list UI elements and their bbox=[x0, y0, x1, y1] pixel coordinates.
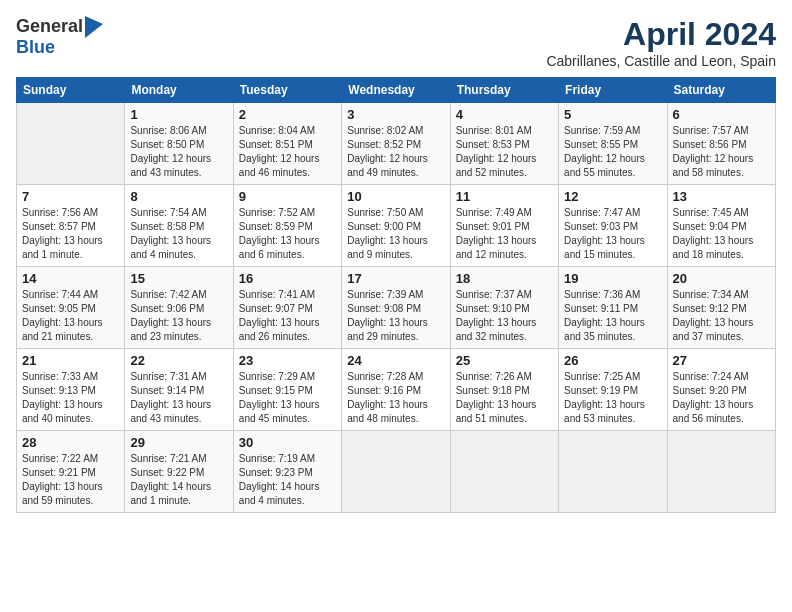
calendar-cell: 23Sunrise: 7:29 AM Sunset: 9:15 PM Dayli… bbox=[233, 349, 341, 431]
day-info: Sunrise: 7:25 AM Sunset: 9:19 PM Dayligh… bbox=[564, 370, 661, 426]
calendar-table: SundayMondayTuesdayWednesdayThursdayFrid… bbox=[16, 77, 776, 513]
calendar-week-2: 7Sunrise: 7:56 AM Sunset: 8:57 PM Daylig… bbox=[17, 185, 776, 267]
day-info: Sunrise: 7:29 AM Sunset: 9:15 PM Dayligh… bbox=[239, 370, 336, 426]
calendar-cell: 3Sunrise: 8:02 AM Sunset: 8:52 PM Daylig… bbox=[342, 103, 450, 185]
calendar-cell: 29Sunrise: 7:21 AM Sunset: 9:22 PM Dayli… bbox=[125, 431, 233, 513]
header-day-thursday: Thursday bbox=[450, 78, 558, 103]
day-info: Sunrise: 7:36 AM Sunset: 9:11 PM Dayligh… bbox=[564, 288, 661, 344]
day-number: 23 bbox=[239, 353, 336, 368]
day-number: 3 bbox=[347, 107, 444, 122]
day-info: Sunrise: 7:31 AM Sunset: 9:14 PM Dayligh… bbox=[130, 370, 227, 426]
day-info: Sunrise: 7:22 AM Sunset: 9:21 PM Dayligh… bbox=[22, 452, 119, 508]
day-info: Sunrise: 7:54 AM Sunset: 8:58 PM Dayligh… bbox=[130, 206, 227, 262]
calendar-cell: 28Sunrise: 7:22 AM Sunset: 9:21 PM Dayli… bbox=[17, 431, 125, 513]
day-number: 1 bbox=[130, 107, 227, 122]
header-day-friday: Friday bbox=[559, 78, 667, 103]
calendar-cell: 15Sunrise: 7:42 AM Sunset: 9:06 PM Dayli… bbox=[125, 267, 233, 349]
day-info: Sunrise: 7:57 AM Sunset: 8:56 PM Dayligh… bbox=[673, 124, 770, 180]
day-number: 15 bbox=[130, 271, 227, 286]
calendar-cell: 2Sunrise: 8:04 AM Sunset: 8:51 PM Daylig… bbox=[233, 103, 341, 185]
day-info: Sunrise: 7:19 AM Sunset: 9:23 PM Dayligh… bbox=[239, 452, 336, 508]
header-row: SundayMondayTuesdayWednesdayThursdayFrid… bbox=[17, 78, 776, 103]
calendar-cell bbox=[450, 431, 558, 513]
calendar-cell: 20Sunrise: 7:34 AM Sunset: 9:12 PM Dayli… bbox=[667, 267, 775, 349]
day-number: 20 bbox=[673, 271, 770, 286]
calendar-cell: 13Sunrise: 7:45 AM Sunset: 9:04 PM Dayli… bbox=[667, 185, 775, 267]
day-number: 8 bbox=[130, 189, 227, 204]
day-info: Sunrise: 7:47 AM Sunset: 9:03 PM Dayligh… bbox=[564, 206, 661, 262]
calendar-cell: 17Sunrise: 7:39 AM Sunset: 9:08 PM Dayli… bbox=[342, 267, 450, 349]
day-info: Sunrise: 7:45 AM Sunset: 9:04 PM Dayligh… bbox=[673, 206, 770, 262]
svg-marker-0 bbox=[85, 16, 103, 38]
header-day-saturday: Saturday bbox=[667, 78, 775, 103]
calendar-cell: 14Sunrise: 7:44 AM Sunset: 9:05 PM Dayli… bbox=[17, 267, 125, 349]
calendar-cell: 26Sunrise: 7:25 AM Sunset: 9:19 PM Dayli… bbox=[559, 349, 667, 431]
day-number: 30 bbox=[239, 435, 336, 450]
logo-blue-text: Blue bbox=[16, 38, 103, 58]
calendar-cell: 9Sunrise: 7:52 AM Sunset: 8:59 PM Daylig… bbox=[233, 185, 341, 267]
day-number: 26 bbox=[564, 353, 661, 368]
day-info: Sunrise: 7:42 AM Sunset: 9:06 PM Dayligh… bbox=[130, 288, 227, 344]
calendar-cell bbox=[667, 431, 775, 513]
day-number: 4 bbox=[456, 107, 553, 122]
day-info: Sunrise: 7:50 AM Sunset: 9:00 PM Dayligh… bbox=[347, 206, 444, 262]
day-number: 6 bbox=[673, 107, 770, 122]
calendar-cell: 18Sunrise: 7:37 AM Sunset: 9:10 PM Dayli… bbox=[450, 267, 558, 349]
day-info: Sunrise: 8:01 AM Sunset: 8:53 PM Dayligh… bbox=[456, 124, 553, 180]
day-info: Sunrise: 8:04 AM Sunset: 8:51 PM Dayligh… bbox=[239, 124, 336, 180]
day-info: Sunrise: 7:34 AM Sunset: 9:12 PM Dayligh… bbox=[673, 288, 770, 344]
day-info: Sunrise: 7:52 AM Sunset: 8:59 PM Dayligh… bbox=[239, 206, 336, 262]
logo-icon bbox=[85, 16, 103, 38]
header-day-wednesday: Wednesday bbox=[342, 78, 450, 103]
day-number: 2 bbox=[239, 107, 336, 122]
calendar-week-3: 14Sunrise: 7:44 AM Sunset: 9:05 PM Dayli… bbox=[17, 267, 776, 349]
header-day-tuesday: Tuesday bbox=[233, 78, 341, 103]
page-header: General Blue April 2024 Cabrillanes, Cas… bbox=[16, 16, 776, 69]
calendar-cell: 27Sunrise: 7:24 AM Sunset: 9:20 PM Dayli… bbox=[667, 349, 775, 431]
calendar-cell: 10Sunrise: 7:50 AM Sunset: 9:00 PM Dayli… bbox=[342, 185, 450, 267]
calendar-cell: 12Sunrise: 7:47 AM Sunset: 9:03 PM Dayli… bbox=[559, 185, 667, 267]
day-number: 10 bbox=[347, 189, 444, 204]
calendar-cell: 30Sunrise: 7:19 AM Sunset: 9:23 PM Dayli… bbox=[233, 431, 341, 513]
day-info: Sunrise: 7:24 AM Sunset: 9:20 PM Dayligh… bbox=[673, 370, 770, 426]
day-number: 24 bbox=[347, 353, 444, 368]
day-number: 28 bbox=[22, 435, 119, 450]
calendar-cell: 21Sunrise: 7:33 AM Sunset: 9:13 PM Dayli… bbox=[17, 349, 125, 431]
calendar-cell: 19Sunrise: 7:36 AM Sunset: 9:11 PM Dayli… bbox=[559, 267, 667, 349]
calendar-cell bbox=[559, 431, 667, 513]
day-info: Sunrise: 7:33 AM Sunset: 9:13 PM Dayligh… bbox=[22, 370, 119, 426]
day-info: Sunrise: 7:21 AM Sunset: 9:22 PM Dayligh… bbox=[130, 452, 227, 508]
day-info: Sunrise: 7:41 AM Sunset: 9:07 PM Dayligh… bbox=[239, 288, 336, 344]
calendar-cell: 1Sunrise: 8:06 AM Sunset: 8:50 PM Daylig… bbox=[125, 103, 233, 185]
day-info: Sunrise: 7:59 AM Sunset: 8:55 PM Dayligh… bbox=[564, 124, 661, 180]
calendar-cell bbox=[342, 431, 450, 513]
day-number: 7 bbox=[22, 189, 119, 204]
calendar-cell: 11Sunrise: 7:49 AM Sunset: 9:01 PM Dayli… bbox=[450, 185, 558, 267]
calendar-cell: 8Sunrise: 7:54 AM Sunset: 8:58 PM Daylig… bbox=[125, 185, 233, 267]
day-number: 9 bbox=[239, 189, 336, 204]
day-number: 27 bbox=[673, 353, 770, 368]
day-number: 13 bbox=[673, 189, 770, 204]
day-number: 5 bbox=[564, 107, 661, 122]
header-day-sunday: Sunday bbox=[17, 78, 125, 103]
day-number: 21 bbox=[22, 353, 119, 368]
day-info: Sunrise: 8:06 AM Sunset: 8:50 PM Dayligh… bbox=[130, 124, 227, 180]
day-info: Sunrise: 7:26 AM Sunset: 9:18 PM Dayligh… bbox=[456, 370, 553, 426]
day-number: 25 bbox=[456, 353, 553, 368]
calendar-week-4: 21Sunrise: 7:33 AM Sunset: 9:13 PM Dayli… bbox=[17, 349, 776, 431]
calendar-cell: 7Sunrise: 7:56 AM Sunset: 8:57 PM Daylig… bbox=[17, 185, 125, 267]
day-number: 22 bbox=[130, 353, 227, 368]
calendar-cell: 6Sunrise: 7:57 AM Sunset: 8:56 PM Daylig… bbox=[667, 103, 775, 185]
calendar-cell: 16Sunrise: 7:41 AM Sunset: 9:07 PM Dayli… bbox=[233, 267, 341, 349]
calendar-cell: 4Sunrise: 8:01 AM Sunset: 8:53 PM Daylig… bbox=[450, 103, 558, 185]
day-info: Sunrise: 7:56 AM Sunset: 8:57 PM Dayligh… bbox=[22, 206, 119, 262]
header-day-monday: Monday bbox=[125, 78, 233, 103]
day-number: 18 bbox=[456, 271, 553, 286]
month-title: April 2024 bbox=[546, 16, 776, 53]
day-number: 16 bbox=[239, 271, 336, 286]
day-info: Sunrise: 7:28 AM Sunset: 9:16 PM Dayligh… bbox=[347, 370, 444, 426]
calendar-week-5: 28Sunrise: 7:22 AM Sunset: 9:21 PM Dayli… bbox=[17, 431, 776, 513]
day-number: 17 bbox=[347, 271, 444, 286]
calendar-week-1: 1Sunrise: 8:06 AM Sunset: 8:50 PM Daylig… bbox=[17, 103, 776, 185]
calendar-cell: 25Sunrise: 7:26 AM Sunset: 9:18 PM Dayli… bbox=[450, 349, 558, 431]
